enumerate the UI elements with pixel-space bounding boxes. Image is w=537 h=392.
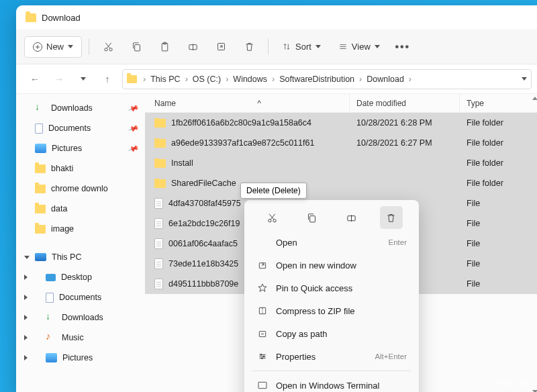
sidebar-this-pc[interactable]: This PC [19, 247, 142, 267]
folder-icon [154, 159, 166, 168]
view-button[interactable]: View [332, 36, 387, 58]
ctx-open[interactable]: OpenEnter [248, 231, 415, 254]
ctx-copy-button[interactable] [301, 206, 324, 229]
delete-button[interactable] [237, 36, 261, 58]
fold-icon [35, 185, 46, 193]
ctx-rename-button[interactable] [340, 206, 363, 229]
folder-icon [154, 179, 166, 188]
table-row[interactable]: a96ede9133937af1ca9e872c5c011f6110/28/20… [145, 133, 537, 153]
sidebar-item[interactable]: Desktop [19, 267, 142, 287]
terminal-icon [256, 380, 268, 391]
col-date[interactable]: Date modified [350, 94, 460, 112]
recent-button[interactable] [74, 70, 93, 89]
folder-icon [127, 75, 137, 83]
crumb[interactable]: SoftwareDistribution [279, 75, 354, 84]
crumb[interactable]: OS (C:) [193, 75, 221, 84]
sidebar-item[interactable]: Pictures [19, 348, 142, 368]
context-menu: OpenEnterOpen in new windowPin to Quick … [244, 200, 419, 392]
pic-icon [46, 353, 57, 362]
file-icon [154, 238, 163, 249]
chevron-down-icon [315, 45, 321, 48]
svg-point-0 [104, 48, 107, 51]
cut-button[interactable] [96, 36, 120, 58]
ctx-star[interactable]: Pin to Quick access [248, 277, 415, 299]
open-icon [256, 237, 268, 248]
chevron-down-icon [375, 45, 380, 48]
watermark: wsxdn.com [491, 379, 530, 387]
ctx-props[interactable]: PropertiesAlt+Enter [248, 345, 415, 368]
crumb[interactable]: Download [367, 75, 404, 84]
sidebar-item[interactable]: Downloads [19, 307, 142, 328]
sidebar-item[interactable]: image [19, 219, 142, 239]
pin-icon: 📌 [128, 142, 140, 154]
col-name[interactable]: Name^ [145, 94, 350, 112]
svg-rect-9 [310, 215, 315, 222]
pc-icon [35, 253, 46, 261]
svg-point-7 [268, 219, 271, 222]
table-row[interactable]: 1fb26ff0616a6b2c80c9a1c9a158a6c410/28/20… [145, 113, 537, 133]
paste-button[interactable] [152, 36, 177, 58]
plus-icon [33, 42, 42, 52]
titlebar[interactable]: Download [16, 5, 537, 30]
forward-button[interactable]: → [50, 70, 68, 89]
sidebar-item[interactable]: chrome downlo [19, 179, 142, 199]
ctx-terminal[interactable]: Open in Windows Terminal [248, 374, 415, 392]
back-button[interactable]: ← [26, 70, 44, 89]
sort-button[interactable]: Sort [275, 36, 328, 58]
new-button[interactable]: New [24, 36, 82, 58]
sidebar-item[interactable]: Documents [19, 287, 142, 307]
path-icon [256, 328, 268, 340]
ctx-zip[interactable]: Compress to ZIP file [248, 299, 415, 322]
sidebar-item[interactable]: Pictures📌 [19, 138, 142, 158]
doc-icon [35, 124, 43, 134]
music-icon [46, 334, 56, 342]
file-icon [154, 258, 163, 269]
svg-point-1 [109, 48, 111, 51]
column-headers: Name^ Date modified Type [145, 94, 537, 113]
delete-tooltip: Delete (Delete) [240, 183, 307, 199]
zip-icon [256, 305, 268, 317]
copy-button[interactable] [124, 36, 148, 58]
folder-icon [26, 13, 36, 22]
pic-icon [35, 144, 46, 153]
window-title: Download [42, 13, 81, 23]
crumb[interactable]: This PC [150, 75, 180, 84]
svg-rect-17 [258, 382, 266, 388]
overflow-button[interactable]: ••• [391, 36, 415, 58]
sidebar-item[interactable]: data [19, 199, 142, 219]
ctx-newwin[interactable]: Open in new window [248, 254, 415, 277]
file-icon [154, 218, 163, 229]
folder-icon [154, 139, 166, 148]
crumb[interactable]: Windows [233, 75, 267, 84]
sidebar-item[interactable]: Downloads📌 [19, 98, 142, 118]
arrow-icon [46, 313, 56, 322]
sidebar-item[interactable]: bhakti [19, 158, 142, 179]
table-row[interactable]: SharedFileCacheFile folder [145, 173, 537, 193]
chevron-down-icon[interactable] [522, 77, 527, 81]
share-button[interactable] [209, 36, 233, 58]
svg-point-14 [260, 354, 262, 355]
sidebar-item[interactable]: Documents📌 [19, 118, 142, 138]
svg-point-8 [273, 219, 276, 222]
ctx-path[interactable]: Copy as path [248, 322, 415, 345]
table-row[interactable]: InstallFile folder [145, 153, 537, 173]
rename-button[interactable] [181, 36, 205, 58]
ctx-delete-button[interactable] [380, 206, 403, 229]
scroll-up-icon[interactable] [532, 97, 537, 100]
ctx-cut-button[interactable] [261, 206, 284, 229]
nav-row: ← → ↑ › This PC› OS (C:)› Windows› Softw… [16, 64, 537, 94]
toolbar: New Sort View ••• [16, 30, 537, 64]
fold-icon [35, 164, 46, 173]
pin-icon: 📌 [128, 102, 140, 114]
chevron-down-icon [68, 45, 73, 48]
up-button[interactable]: ↑ [98, 70, 117, 89]
props-icon [256, 351, 268, 362]
scrollbar[interactable] [530, 94, 537, 392]
address-bar[interactable]: › This PC› OS (C:)› Windows› SoftwareDis… [122, 69, 532, 89]
sidebar: Downloads📌Documents📌Pictures📌bhaktichrom… [16, 94, 145, 392]
file-icon [154, 279, 163, 289]
sidebar-item[interactable]: Music [19, 328, 142, 348]
svg-rect-2 [134, 45, 140, 51]
col-type[interactable]: Type [460, 94, 537, 112]
svg-point-15 [263, 356, 264, 357]
